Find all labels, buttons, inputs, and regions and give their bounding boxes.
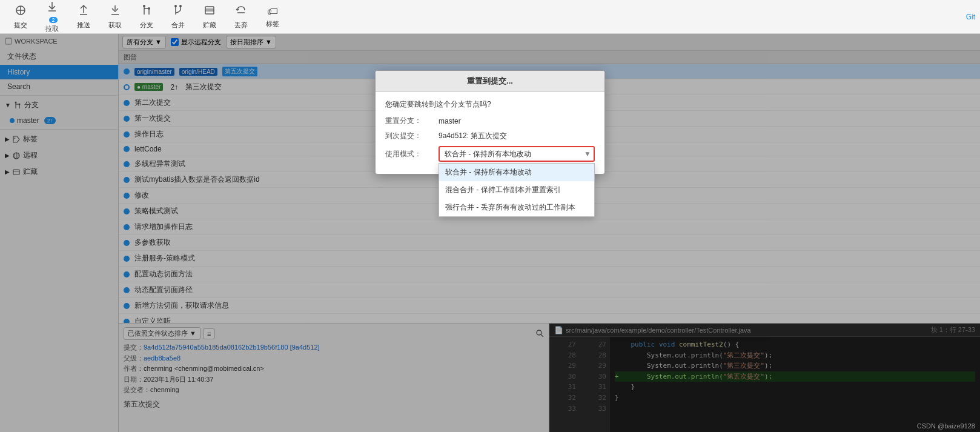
toolbar-merge[interactable]: 合并 bbox=[162, 2, 194, 32]
branch-icon bbox=[141, 4, 153, 19]
toolbar-commit-label: 提交 bbox=[14, 21, 27, 30]
merge-icon bbox=[172, 4, 184, 19]
mode-label: 使用模式： bbox=[385, 149, 434, 159]
toolbar: 提交 2 拉取 推送 获取 分支 合并 贮藏 bbox=[0, 0, 980, 34]
reset-branch-value: master bbox=[439, 117, 461, 125]
toolbar-stash-label: 贮藏 bbox=[203, 21, 216, 30]
modal-overlay: 重置到提交... 您确定要跳转到这个分支节点吗? 重置分支： master 到次… bbox=[0, 34, 980, 432]
mode-select-wrapper: 软合并 - 保持所有本地改动 混合合并 - 保持工作副本并重置索引 强行合并 -… bbox=[439, 146, 595, 162]
svg-rect-17 bbox=[205, 7, 214, 14]
modal-row-branch: 重置分支： master bbox=[385, 116, 595, 126]
fetch-icon bbox=[109, 4, 121, 19]
toolbar-push-label: 推送 bbox=[77, 21, 90, 30]
dropdown-item-soft[interactable]: 软合并 - 保持所有本地改动 bbox=[439, 164, 594, 181]
toolbar-pull[interactable]: 2 拉取 bbox=[36, 0, 68, 36]
toolbar-right-label: Git bbox=[966, 13, 975, 21]
toolbar-pull-label: 拉取 bbox=[45, 24, 59, 33]
toolbar-fetch[interactable]: 获取 bbox=[99, 2, 131, 32]
discard-icon bbox=[235, 4, 247, 19]
svg-point-12 bbox=[148, 7, 150, 10]
toolbar-stash[interactable]: 贮藏 bbox=[194, 2, 225, 32]
toolbar-branch-label: 分支 bbox=[140, 21, 153, 30]
reset-branch-label: 重置分支： bbox=[385, 116, 434, 126]
pull-badge: 2 bbox=[49, 17, 57, 23]
toolbar-branch[interactable]: 分支 bbox=[131, 2, 162, 32]
svg-point-11 bbox=[143, 5, 145, 7]
to-commit-label: 到次提交： bbox=[385, 131, 434, 141]
commit-icon bbox=[15, 4, 27, 19]
dropdown-item-mixed[interactable]: 混合合并 - 保持工作副本并重置索引 bbox=[439, 181, 594, 199]
svg-point-16 bbox=[179, 5, 182, 7]
toolbar-tag-label: 标签 bbox=[266, 19, 279, 28]
toolbar-push[interactable]: 推送 bbox=[68, 2, 99, 32]
stash-icon bbox=[204, 4, 216, 19]
push-icon bbox=[78, 4, 90, 19]
mode-select[interactable]: 软合并 - 保持所有本地改动 混合合并 - 保持工作副本并重置索引 强行合并 -… bbox=[439, 146, 595, 162]
toolbar-commit[interactable]: 提交 bbox=[5, 2, 36, 32]
to-commit-value: 9a4d512: 第五次提交 bbox=[439, 131, 507, 141]
dropdown-item-hard[interactable]: 强行合并 - 丢弃所有有改动过的工作副本 bbox=[439, 199, 594, 216]
toolbar-discard[interactable]: 丢弃 bbox=[225, 2, 257, 32]
modal-title: 重置到提交... bbox=[376, 71, 604, 92]
svg-point-15 bbox=[174, 5, 177, 7]
toolbar-fetch-label: 获取 bbox=[108, 21, 122, 30]
modal-body: 您确定要跳转到这个分支节点吗? 重置分支： master 到次提交： 9a4d5… bbox=[376, 92, 604, 174]
toolbar-discard-label: 丢弃 bbox=[234, 21, 248, 30]
reset-modal: 重置到提交... 您确定要跳转到这个分支节点吗? 重置分支： master 到次… bbox=[375, 70, 605, 174]
watermark: CSDN @baize9128 bbox=[917, 422, 975, 430]
modal-row-mode: 使用模式： 软合并 - 保持所有本地改动 混合合并 - 保持工作副本并重置索引 … bbox=[385, 146, 595, 162]
toolbar-merge-label: 合并 bbox=[171, 21, 185, 30]
mode-dropdown: 软合并 - 保持所有本地改动 混合合并 - 保持工作副本并重置索引 强行合并 -… bbox=[439, 163, 595, 217]
modal-question: 您确定要跳转到这个分支节点吗? bbox=[385, 99, 595, 110]
modal-row-commit: 到次提交： 9a4d512: 第五次提交 bbox=[385, 131, 595, 141]
toolbar-tag[interactable]: 🏷 标签 bbox=[257, 3, 288, 31]
tag-icon: 🏷 bbox=[267, 5, 278, 18]
pull-icon bbox=[46, 1, 58, 16]
